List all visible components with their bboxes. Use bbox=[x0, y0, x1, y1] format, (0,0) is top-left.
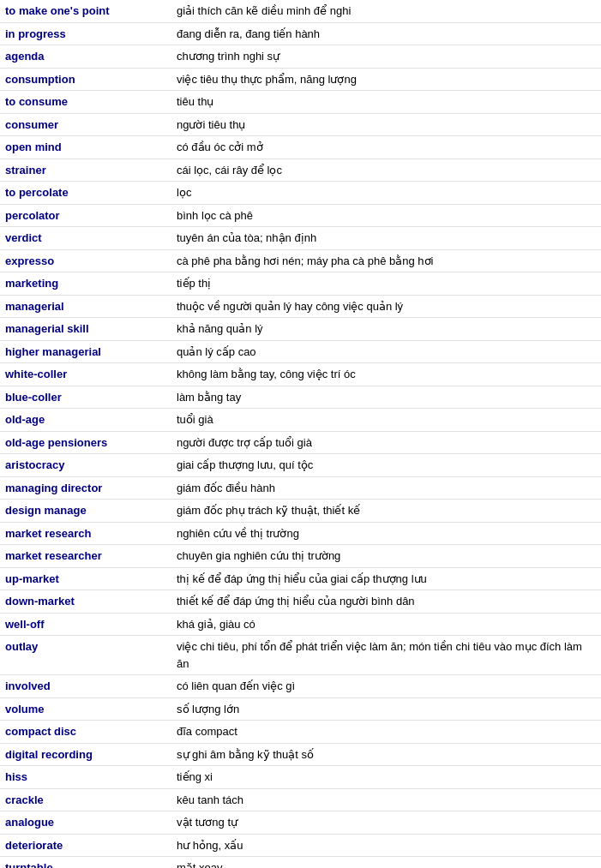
term-cell: in progress bbox=[0, 22, 171, 45]
definition-cell: vật tương tự bbox=[171, 811, 601, 835]
table-row: digital recordingsự ghi âm bằng kỹ thuật… bbox=[0, 743, 601, 766]
table-row: managerial skillkhả năng quản lý bbox=[0, 318, 601, 341]
table-row: old-age pensionersngười được trợ cấp tuổ… bbox=[0, 431, 601, 454]
term-cell: well-off bbox=[0, 613, 171, 636]
table-row: market researcherchuyên gia nghiên cứu t… bbox=[0, 545, 601, 568]
term-cell: to make one's point bbox=[0, 0, 171, 22]
definition-cell: việc tiêu thụ thực phẩm, năng lượng bbox=[171, 68, 601, 91]
term-cell: volume bbox=[0, 697, 171, 721]
table-row: well-offkhá giả, giàu có bbox=[0, 613, 601, 636]
term-cell: blue-coller bbox=[0, 386, 171, 409]
definition-cell: mặt xoay bbox=[171, 857, 601, 869]
table-row: consumerngười tiêu thụ bbox=[0, 113, 601, 136]
definition-cell: thuộc về người quản lý hay công việc quả… bbox=[171, 295, 601, 318]
term-cell: hiss bbox=[0, 766, 171, 789]
term-cell: marketing bbox=[0, 272, 171, 296]
definition-cell: nghiên cứu về thị trường bbox=[171, 522, 601, 545]
definition-cell: tiêu thụ bbox=[171, 91, 601, 114]
definition-cell: không làm bằng tay, công việc trí óc bbox=[171, 363, 601, 386]
table-row: volumesố lượng lớn bbox=[0, 697, 601, 721]
definition-cell: hư hỏng, xấu bbox=[171, 834, 601, 857]
definition-cell: thiết kế để đáp ứng thị hiểu của người b… bbox=[171, 590, 601, 614]
definition-cell: đĩa compact bbox=[171, 721, 601, 744]
term-cell: involved bbox=[0, 675, 171, 698]
term-cell: analogue bbox=[0, 811, 171, 835]
definition-cell: quản lý cấp cao bbox=[171, 340, 601, 363]
definition-cell: tiếp thị bbox=[171, 272, 601, 296]
table-row: marketingtiếp thị bbox=[0, 272, 601, 296]
term-cell: market research bbox=[0, 522, 171, 545]
table-row: down-marketthiết kế để đáp ứng thị hiểu … bbox=[0, 590, 601, 614]
definition-cell: số lượng lớn bbox=[171, 697, 601, 721]
term-cell: percolator bbox=[0, 204, 171, 227]
term-cell: to percolate bbox=[0, 182, 171, 205]
definition-cell: cà phê pha bằng hơi nén; máy pha cà phê … bbox=[171, 249, 601, 272]
vocabulary-table: to make one's pointgiải thích căn kẽ diề… bbox=[0, 0, 601, 868]
definition-cell: kêu tanh tách bbox=[171, 788, 601, 811]
definition-cell: cái lọc, cái rây để lọc bbox=[171, 159, 601, 182]
definition-cell: giám đốc điều hành bbox=[171, 476, 601, 500]
definition-cell: có liên quan đến việc gì bbox=[171, 675, 601, 698]
table-row: verdicttuyên án của tòa; nhận định bbox=[0, 227, 601, 250]
definition-cell: lọc bbox=[171, 182, 601, 205]
term-cell: outlay bbox=[0, 636, 171, 675]
table-row: agendachương trình nghi sự bbox=[0, 45, 601, 69]
term-cell: crackle bbox=[0, 788, 171, 811]
term-cell: deteriorate bbox=[0, 834, 171, 857]
table-row: managerialthuộc về người quản lý hay côn… bbox=[0, 295, 601, 318]
definition-cell: chương trình nghi sự bbox=[171, 45, 601, 69]
term-cell: open mind bbox=[0, 136, 171, 159]
table-row: higher managerialquản lý cấp cao bbox=[0, 340, 601, 363]
term-cell: managerial bbox=[0, 295, 171, 318]
term-cell: aristocracy bbox=[0, 454, 171, 477]
table-row: percolatorbình lọc cà phê bbox=[0, 204, 601, 227]
table-row: cracklekêu tanh tách bbox=[0, 788, 601, 811]
term-cell: higher managerial bbox=[0, 340, 171, 363]
term-cell: consumer bbox=[0, 113, 171, 136]
term-cell: agenda bbox=[0, 45, 171, 69]
definition-cell: giai cấp thượng lưu, quí tộc bbox=[171, 454, 601, 477]
term-cell: managing director bbox=[0, 476, 171, 500]
table-row: compact discđĩa compact bbox=[0, 721, 601, 744]
definition-cell: tiếng xi bbox=[171, 766, 601, 789]
definition-cell: người được trợ cấp tuổi già bbox=[171, 431, 601, 454]
table-row: to make one's pointgiải thích căn kẽ diề… bbox=[0, 0, 601, 22]
table-row: hisstiếng xi bbox=[0, 766, 601, 789]
term-cell: old-age bbox=[0, 409, 171, 432]
term-cell: compact disc bbox=[0, 721, 171, 744]
definition-cell: làm bằng tay bbox=[171, 386, 601, 409]
definition-cell: có đầu óc cởi mở bbox=[171, 136, 601, 159]
term-cell: strainer bbox=[0, 159, 171, 182]
table-row: expressocà phê pha bằng hơi nén; máy pha… bbox=[0, 249, 601, 272]
table-row: white-collerkhông làm bằng tay, công việ… bbox=[0, 363, 601, 386]
table-row: strainercái lọc, cái rây để lọc bbox=[0, 159, 601, 182]
table-row: outlayviệc chi tiêu, phí tổn để phát tri… bbox=[0, 636, 601, 675]
term-cell: verdict bbox=[0, 227, 171, 250]
definition-cell: việc chi tiêu, phí tổn để phát triển việ… bbox=[171, 636, 601, 675]
definition-cell: người tiêu thụ bbox=[171, 113, 601, 136]
definition-cell: đang diễn ra, đang tiến hành bbox=[171, 22, 601, 45]
table-row: to percolatelọc bbox=[0, 182, 601, 205]
definition-cell: thị kế để đáp ứng thị hiểu của giai cấp … bbox=[171, 567, 601, 590]
definition-cell: chuyên gia nghiên cứu thị trường bbox=[171, 545, 601, 568]
table-row: aristocracygiai cấp thượng lưu, quí tộc bbox=[0, 454, 601, 477]
table-row: consumptionviệc tiêu thụ thực phẩm, năng… bbox=[0, 68, 601, 91]
definition-cell: giải thích căn kẽ diều minh để nghi bbox=[171, 0, 601, 22]
definition-cell: giám đốc phụ trách kỹ thuật, thiết kế bbox=[171, 500, 601, 523]
term-cell: turntable bbox=[0, 857, 171, 869]
table-row: turntablemặt xoay bbox=[0, 857, 601, 869]
term-cell: consumption bbox=[0, 68, 171, 91]
definition-cell: bình lọc cà phê bbox=[171, 204, 601, 227]
table-row: old-agetuổi già bbox=[0, 409, 601, 432]
term-cell: expresso bbox=[0, 249, 171, 272]
definition-cell: tuyên án của tòa; nhận định bbox=[171, 227, 601, 250]
table-row: deterioratehư hỏng, xấu bbox=[0, 834, 601, 857]
table-row: in progressđang diễn ra, đang tiến hành bbox=[0, 22, 601, 45]
table-row: to consumetiêu thụ bbox=[0, 91, 601, 114]
table-row: analoguevật tương tự bbox=[0, 811, 601, 835]
term-cell: up-market bbox=[0, 567, 171, 590]
table-row: managing directorgiám đốc điều hành bbox=[0, 476, 601, 500]
definition-cell: sự ghi âm bằng kỹ thuật số bbox=[171, 743, 601, 766]
table-row: up-marketthị kế để đáp ứng thị hiểu của … bbox=[0, 567, 601, 590]
term-cell: managerial skill bbox=[0, 318, 171, 341]
